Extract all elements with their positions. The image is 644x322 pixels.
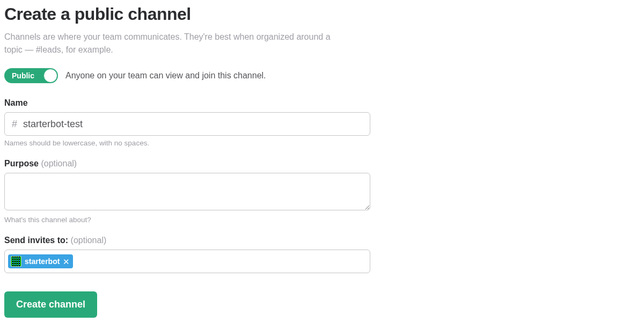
toggle-knob-icon	[43, 69, 57, 83]
channel-purpose-input[interactable]	[4, 173, 370, 210]
name-helper-text: Names should be lowercase, with no space…	[4, 139, 640, 147]
invite-chip[interactable]: starterbot ✕	[8, 254, 73, 268]
privacy-description: Anyone on your team can view and join th…	[65, 71, 266, 80]
invite-chip-name: starterbot	[25, 257, 60, 266]
purpose-label: Purpose (optional)	[4, 159, 640, 169]
name-label: Name	[4, 98, 640, 108]
purpose-helper-text: What's this channel about?	[4, 216, 640, 224]
privacy-toggle[interactable]: Public	[4, 68, 58, 83]
purpose-optional-tag: (optional)	[41, 159, 77, 168]
avatar-icon	[11, 256, 21, 267]
page-title: Create a public channel	[4, 4, 640, 24]
page-subtitle: Channels are where your team communicate…	[4, 31, 337, 56]
remove-chip-icon[interactable]: ✕	[63, 258, 70, 266]
invites-label: Send invites to: (optional)	[4, 236, 640, 245]
channel-name-input[interactable]	[4, 112, 370, 136]
create-channel-button[interactable]: Create channel	[4, 291, 97, 318]
invites-optional-tag: (optional)	[71, 236, 107, 245]
invites-input[interactable]: starterbot ✕	[4, 250, 370, 273]
privacy-toggle-label: Public	[12, 71, 34, 80]
